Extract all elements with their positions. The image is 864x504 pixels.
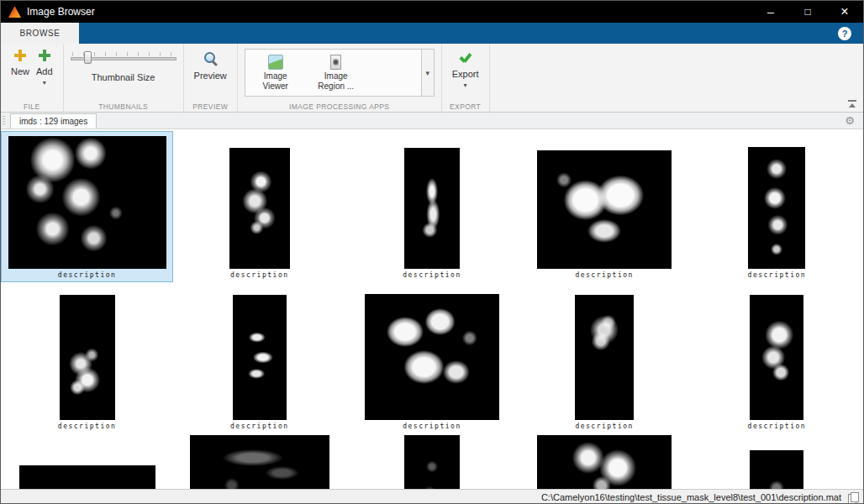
help-button[interactable] <box>838 27 851 40</box>
window-title: Image Browser <box>27 6 95 18</box>
section-file: New Add FILE <box>1 44 64 112</box>
window-controls <box>752 1 863 23</box>
thumbnail-caption: description <box>748 423 806 430</box>
thumbnail-image <box>365 294 499 420</box>
section-export: Export EXPORT <box>442 44 490 112</box>
thumbnail-image <box>750 295 803 420</box>
image-region-label-line1: Image <box>324 71 348 81</box>
thumbnail-grid: description description description desc… <box>1 129 863 489</box>
chevron-down-icon[interactable] <box>43 76 46 87</box>
section-apps: Image Viewer Image Region ... IMAGE PROC… <box>238 44 442 112</box>
thumbnail-item[interactable]: description <box>691 131 863 282</box>
thumbnail-caption: description <box>230 423 288 430</box>
image-viewer-button[interactable]: Image Viewer <box>245 50 306 96</box>
export-button[interactable]: Export <box>452 49 479 89</box>
thumbnail-image <box>190 435 329 489</box>
new-button[interactable]: New <box>11 49 29 76</box>
thumbnail-caption: description <box>575 423 633 430</box>
thumbnail-item-selected[interactable]: description <box>1 131 173 282</box>
copy-icon[interactable] <box>848 492 859 503</box>
section-preview: Preview PREVIEW <box>184 44 238 112</box>
preview-button-label: Preview <box>194 71 227 81</box>
gear-icon[interactable] <box>845 114 855 127</box>
maximize-button[interactable] <box>789 1 826 23</box>
thumbnail-item[interactable] <box>1 433 173 489</box>
thumbnail-image <box>8 136 166 269</box>
new-button-label: New <box>11 66 29 76</box>
thumbnail-item[interactable] <box>691 433 863 489</box>
thumbnail-image <box>404 435 460 489</box>
ribbon-toolbar: New Add FILE Thumbnail Size THUMBNAILS P… <box>1 44 863 113</box>
thumbnail-item[interactable]: description <box>519 131 691 282</box>
magnifier-icon <box>203 51 218 66</box>
image-viewer-icon <box>268 55 283 70</box>
title-bar: Image Browser <box>1 1 863 23</box>
thumbnail-size-slider[interactable] <box>71 50 176 65</box>
section-thumbnails: Thumbnail Size THUMBNAILS <box>64 44 184 112</box>
thumbnail-caption: description <box>575 271 633 279</box>
toolstrip-tab-bar: BROWSE <box>1 23 863 44</box>
section-label-apps: IMAGE PROCESSING APPS <box>238 102 441 111</box>
thumbnail-image <box>233 295 287 420</box>
thumbnail-item[interactable] <box>173 433 345 489</box>
export-button-label: Export <box>452 69 479 79</box>
thumbnail-caption: description <box>403 271 461 279</box>
thumbnail-image <box>404 148 460 269</box>
minimize-button[interactable] <box>752 1 789 23</box>
thumbnail-item[interactable] <box>519 433 691 489</box>
thumbnail-caption: description <box>230 271 288 279</box>
section-label-thumbnails: THUMBNAILS <box>64 102 183 111</box>
collapse-ribbon-button[interactable] <box>847 100 857 108</box>
collection-tab-bar: imds : 129 images <box>1 113 863 129</box>
chevron-down-icon[interactable] <box>464 79 467 89</box>
thumbnail-item[interactable]: description <box>519 282 691 433</box>
close-button[interactable] <box>826 1 863 23</box>
tab-browse[interactable]: BROWSE <box>1 23 79 44</box>
thumbnail-item[interactable] <box>345 433 518 489</box>
image-viewer-label-line1: Image <box>264 71 287 81</box>
slider-thumb[interactable] <box>84 51 92 64</box>
section-label-export: EXPORT <box>442 102 489 111</box>
thumbnail-item[interactable]: description <box>1 282 173 433</box>
thumbnail-item[interactable]: description <box>691 282 863 433</box>
drag-grip-icon[interactable] <box>3 116 5 126</box>
thumbnail-image <box>750 450 803 489</box>
thumbnail-caption: description <box>748 271 806 279</box>
check-icon <box>458 51 473 65</box>
image-region-button[interactable]: Image Region ... <box>306 50 366 96</box>
thumbnail-image <box>229 148 290 269</box>
gallery-dropdown-button[interactable] <box>421 50 434 96</box>
tab-imds-collection[interactable]: imds : 129 images <box>10 113 97 129</box>
thumbnail-image <box>19 465 155 489</box>
thumbnail-size-control: Thumbnail Size <box>71 50 176 82</box>
add-button-label: Add <box>36 66 53 76</box>
matlab-logo-icon <box>8 6 21 18</box>
add-button[interactable]: Add <box>36 49 53 87</box>
thumbnail-item[interactable]: description <box>345 131 518 282</box>
thumbnail-caption: description <box>403 423 461 430</box>
thumbnail-image <box>748 147 805 269</box>
image-region-label-line2: Region ... <box>318 81 354 92</box>
thumbnail-image <box>537 150 672 269</box>
new-plus-icon <box>13 49 27 62</box>
thumbnail-caption: description <box>58 423 116 430</box>
thumbnail-item[interactable]: description <box>173 282 345 433</box>
status-bar: C:\Camelyon16\testing\test_tissue_mask_l… <box>1 489 863 504</box>
slider-label: Thumbnail Size <box>92 72 155 82</box>
thumbnail-image <box>60 295 115 420</box>
section-label-preview: PREVIEW <box>184 102 237 111</box>
status-file-path: C:\Camelyon16\testing\test_tissue_mask_l… <box>541 492 841 502</box>
thumbnail-item[interactable]: description <box>173 131 345 282</box>
thumbnail-item[interactable]: description <box>345 282 518 433</box>
thumbnail-image <box>575 295 634 420</box>
preview-button[interactable]: Preview <box>194 49 227 81</box>
apps-gallery: Image Viewer Image Region ... <box>245 49 435 97</box>
image-viewer-label-line2: Viewer <box>263 81 288 92</box>
add-plus-icon <box>38 49 51 62</box>
thumbnail-caption: description <box>58 271 116 279</box>
image-region-icon <box>330 55 341 70</box>
thumbnail-image <box>537 435 672 489</box>
section-label-file: FILE <box>1 102 63 111</box>
